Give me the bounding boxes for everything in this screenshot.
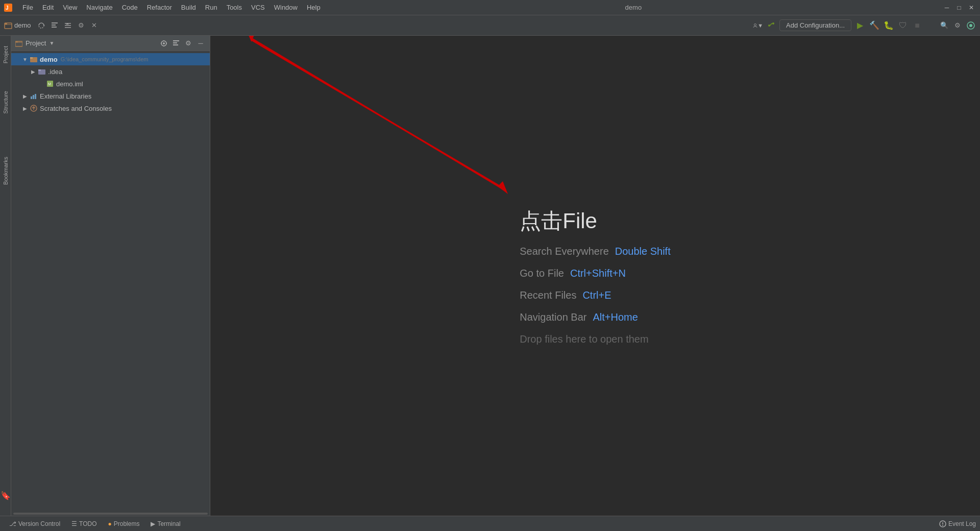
bottom-right: Event Log [939,520,976,527]
account-icon[interactable]: ▼ [753,20,763,31]
panel-locate-icon[interactable] [159,38,169,49]
horizontal-scrollbar[interactable] [13,513,208,515]
problems-tab[interactable]: ● Problems [103,519,145,529]
toolbar-collapse-icon[interactable] [50,20,60,31]
click-file-text: 点击File [520,207,597,235]
tree-scratches[interactable]: ▶ Scratches and Consoles [11,102,210,114]
tree-idea-folder[interactable]: ▶ .idea [11,65,210,78]
toolbar-settings-icon[interactable]: ⚙ [76,20,86,31]
search-everywhere-icon[interactable]: 🔍 [939,20,949,31]
project-icon [4,21,12,30]
todo-tab[interactable]: ☰ TODO [66,519,102,529]
svg-marker-42 [249,36,254,42]
svg-rect-25 [173,40,179,41]
todo-icon: ☰ [71,520,77,527]
menu-code[interactable]: Code [118,3,142,12]
nav-bar-key: Alt+Home [593,311,638,323]
add-configuration-button[interactable]: Add Configuration... [779,19,851,31]
tree-idea-label: .idea [48,68,62,76]
version-control-label: Version Control [18,520,60,527]
panel-collapse-icon[interactable] [171,38,181,49]
tree-arrow-idea[interactable]: ▶ [30,68,37,75]
coverage-button[interactable]: 🛡 [897,20,909,31]
project-tab[interactable]: Project [1,40,11,69]
tree-libs-label: External Libraries [40,92,91,100]
version-control-tab[interactable]: ⎇ Version Control [4,519,65,529]
settings-icon[interactable]: ⚙ [952,20,963,31]
plugins-icon[interactable] [966,20,976,31]
menu-vcs[interactable]: VCS [247,3,269,12]
tree-root-demo[interactable]: ▼ demo G:\idea_community_programs\dem [11,53,210,65]
shortcut-goto: Go to File Ctrl+Shift+N [520,268,626,279]
svg-point-16 [969,24,972,27]
problems-label: Problems [114,520,140,527]
menu-tools[interactable]: Tools [223,3,246,12]
toolbar-project-label: demo [14,21,31,29]
toolbar-hide-icon[interactable]: ✕ [89,20,100,31]
event-log-label: Event Log [948,520,976,527]
tree-scratches-label: Scratches and Consoles [40,105,112,112]
svg-point-14 [772,22,774,25]
goto-file-label: Go to File [520,268,564,279]
maximize-button[interactable]: □ [954,3,964,12]
search-everywhere-key: Double Shift [615,246,671,257]
toolbar-sync-icon[interactable] [36,20,46,31]
tree-arrow-scratches[interactable]: ▶ [21,105,29,112]
svg-marker-4 [43,24,45,26]
drop-files-text: Drop files here to open them [520,333,648,345]
bookmarks-tab[interactable]: Bookmarks [1,151,11,191]
panel-header-right: ⚙ ─ [159,38,206,49]
menu-window[interactable]: Window [270,3,302,12]
window-controls: ─ □ ✕ [942,3,976,12]
svg-text:M: M [48,82,51,86]
menu-refactor[interactable]: Refactor [143,3,176,12]
menu-run[interactable]: Run [201,3,222,12]
panel-options-icon[interactable]: ⚙ [183,38,193,49]
panel-close-icon[interactable]: ─ [195,38,206,49]
project-panel: Project ▼ ⚙ ─ ▼ [11,36,210,516]
tree-idea-icon [38,67,46,76]
bookmark-icon[interactable]: 🔖 [1,491,11,500]
tree-folder-icon [30,55,38,63]
svg-rect-27 [173,44,178,45]
svg-point-13 [768,25,770,27]
svg-rect-6 [52,25,56,26]
toolbar-right: ▼ Add Configuration... ▶ 🔨 🐛 🛡 ■ 🔍 ⚙ [753,19,976,31]
menu-view[interactable]: View [59,3,81,12]
build-button[interactable]: 🔨 [869,20,880,31]
svg-rect-35 [33,95,34,99]
recent-files-key: Ctrl+E [582,289,611,301]
menu-build[interactable]: Build [177,3,200,12]
tree-demo-iml[interactable]: ▶ M demo.iml [11,78,210,90]
minimize-button[interactable]: ─ [942,3,951,12]
svg-line-43 [251,40,503,188]
shortcut-recent: Recent Files Ctrl+E [520,289,611,301]
tree-demo-path: G:\idea_community_programs\dem [61,56,149,62]
svg-rect-29 [30,57,33,59]
editor-area: 点击File Search Everywhere Double Shift Go… [210,36,980,516]
tree-scratch-icon [30,104,38,112]
stop-button[interactable]: ■ [912,20,923,31]
menu-file[interactable]: File [18,3,37,12]
run-button[interactable]: ▶ [854,20,866,31]
panel-chevron-icon[interactable]: ▼ [49,40,54,46]
terminal-tab[interactable]: ▶ Terminal [145,519,185,529]
tree-external-libraries[interactable]: ▶ External Libraries [11,90,210,102]
welcome-content: 点击File Search Everywhere Double Shift Go… [520,207,671,345]
recent-files-label: Recent Files [520,289,576,301]
menu-help[interactable]: Help [303,3,325,12]
tree-arrow-demo[interactable]: ▼ [21,56,29,63]
event-log-button[interactable]: Event Log [939,520,976,527]
toolbar-expand-icon[interactable] [63,20,73,31]
git-icon[interactable] [766,20,776,31]
debug-button[interactable]: 🐛 [883,20,894,31]
menu-navigate[interactable]: Navigate [82,3,116,12]
menu-edit[interactable]: Edit [38,3,58,12]
svg-point-20 [163,42,165,44]
left-sidebar: Project Structure Bookmarks 🔖 [0,36,11,516]
tree-arrow-libs[interactable]: ▶ [21,92,29,100]
svg-rect-18 [15,41,18,42]
close-button[interactable]: ✕ [967,3,976,12]
structure-tab[interactable]: Structure [1,85,11,120]
shortcut-search: Search Everywhere Double Shift [520,246,671,257]
